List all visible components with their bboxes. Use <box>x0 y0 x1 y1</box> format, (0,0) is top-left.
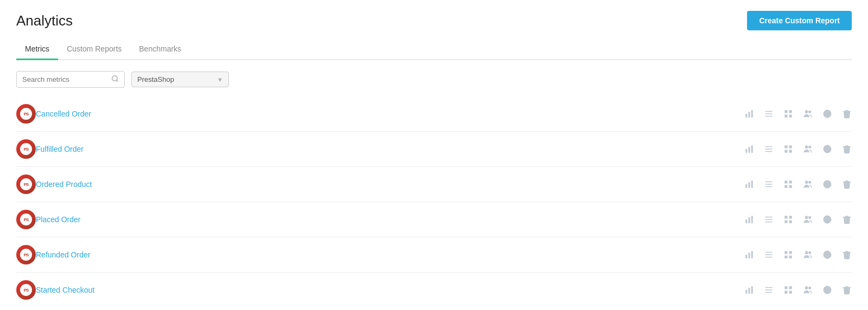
svg-point-42 <box>806 181 808 184</box>
metric-name[interactable]: Cancelled Order <box>36 109 744 118</box>
svg-rect-47 <box>745 219 747 223</box>
delete-icon[interactable] <box>842 215 852 224</box>
users-icon[interactable] <box>803 285 813 295</box>
metric-avatar: PS <box>16 245 36 264</box>
users-icon[interactable] <box>803 215 813 224</box>
list-icon[interactable] <box>764 144 774 154</box>
svg-rect-26 <box>789 150 792 153</box>
search-input[interactable] <box>22 75 109 83</box>
delete-icon[interactable] <box>842 285 852 295</box>
globe-icon[interactable] <box>822 250 832 260</box>
metric-name[interactable]: Refunded Order <box>36 250 744 259</box>
svg-rect-17 <box>745 149 747 153</box>
svg-rect-55 <box>784 221 787 223</box>
metric-name[interactable]: Fulfilled Order <box>36 145 744 153</box>
svg-rect-84 <box>789 286 792 289</box>
table-icon[interactable] <box>783 179 793 189</box>
table-icon[interactable] <box>783 285 793 295</box>
svg-rect-38 <box>784 180 787 183</box>
svg-point-58 <box>809 216 811 218</box>
metric-row: PS Fulfilled Order <box>16 132 852 167</box>
bar-chart-icon[interactable] <box>744 285 754 295</box>
svg-point-73 <box>809 251 811 254</box>
metric-actions <box>744 285 852 295</box>
svg-rect-83 <box>784 286 787 289</box>
svg-rect-21 <box>765 148 773 150</box>
svg-rect-66 <box>765 254 773 255</box>
svg-rect-68 <box>784 251 787 254</box>
bar-chart-icon[interactable] <box>744 215 754 224</box>
header-row: Analytics Create Custom Report <box>16 11 852 30</box>
users-icon[interactable] <box>803 250 813 260</box>
bar-chart-icon[interactable] <box>744 109 754 119</box>
delete-icon[interactable] <box>842 144 852 154</box>
svg-point-72 <box>806 251 808 254</box>
svg-rect-63 <box>749 253 750 259</box>
table-icon[interactable] <box>783 144 793 154</box>
svg-rect-23 <box>784 145 787 148</box>
svg-rect-82 <box>765 292 773 293</box>
tab-benchmarks[interactable]: Benchmarks <box>130 39 190 60</box>
svg-point-57 <box>806 216 808 219</box>
search-wrapper <box>16 71 125 88</box>
svg-line-1 <box>117 80 118 82</box>
users-icon[interactable] <box>803 109 813 119</box>
list-icon[interactable] <box>764 285 774 295</box>
svg-rect-37 <box>765 186 773 188</box>
metric-row: PS Ordered Product <box>16 167 852 202</box>
bar-chart-icon[interactable] <box>744 179 754 189</box>
metrics-list: PS Cancelled Order <box>16 96 852 307</box>
list-icon[interactable] <box>764 109 774 119</box>
delete-icon[interactable] <box>842 250 852 260</box>
svg-rect-56 <box>789 221 792 223</box>
platform-dropdown[interactable]: PrestaShop ▼ <box>131 72 229 87</box>
svg-rect-35 <box>765 182 773 183</box>
svg-point-87 <box>806 287 808 289</box>
svg-rect-50 <box>765 217 773 218</box>
svg-rect-54 <box>789 216 792 218</box>
svg-point-13 <box>809 111 811 113</box>
globe-icon[interactable] <box>822 215 832 224</box>
svg-rect-19 <box>751 145 753 153</box>
metric-name[interactable]: Started Checkout <box>36 286 744 294</box>
globe-icon[interactable] <box>822 109 832 119</box>
svg-rect-71 <box>789 256 792 259</box>
metric-name[interactable]: Ordered Product <box>36 180 744 189</box>
create-custom-report-button[interactable]: Create Custom Report <box>747 11 852 30</box>
svg-rect-33 <box>749 182 750 188</box>
delete-icon[interactable] <box>842 109 852 119</box>
table-icon[interactable] <box>783 250 793 260</box>
metric-actions <box>744 179 852 189</box>
svg-rect-77 <box>745 290 747 294</box>
tab-custom-reports[interactable]: Custom Reports <box>58 39 130 60</box>
svg-rect-70 <box>784 256 787 259</box>
table-icon[interactable] <box>783 109 793 119</box>
svg-rect-5 <box>765 111 773 112</box>
metric-row: PS Refunded Order <box>16 237 852 273</box>
users-icon[interactable] <box>803 179 813 189</box>
tab-metrics[interactable]: Metrics <box>16 39 58 60</box>
metric-row: PS Cancelled Order <box>16 96 852 132</box>
metric-actions <box>744 250 852 260</box>
svg-rect-25 <box>784 150 787 153</box>
list-icon[interactable] <box>764 250 774 260</box>
metric-name[interactable]: Placed Order <box>36 215 744 224</box>
delete-icon[interactable] <box>842 179 852 189</box>
svg-rect-69 <box>789 251 792 254</box>
svg-rect-20 <box>765 146 773 147</box>
list-icon[interactable] <box>764 179 774 189</box>
svg-rect-24 <box>789 145 792 148</box>
svg-point-27 <box>806 146 808 148</box>
svg-rect-3 <box>749 112 750 118</box>
svg-rect-9 <box>789 110 792 113</box>
table-icon[interactable] <box>783 215 793 224</box>
globe-icon[interactable] <box>822 285 832 295</box>
globe-icon[interactable] <box>822 144 832 154</box>
bar-chart-icon[interactable] <box>744 250 754 260</box>
bar-chart-icon[interactable] <box>744 144 754 154</box>
globe-icon[interactable] <box>822 179 832 189</box>
list-icon[interactable] <box>764 215 774 224</box>
svg-rect-18 <box>749 147 750 153</box>
users-icon[interactable] <box>803 144 813 154</box>
page-title: Analytics <box>16 12 73 29</box>
